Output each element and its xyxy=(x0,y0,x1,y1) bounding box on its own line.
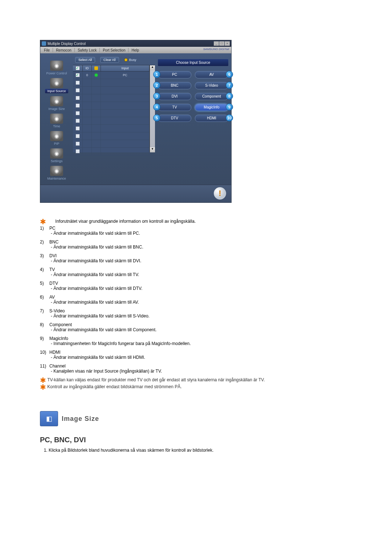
source-pc-button[interactable]: PC1 xyxy=(158,71,191,78)
source-svideo-button[interactable]: S-Video7 xyxy=(195,82,228,89)
source-hdmi-button[interactable]: HDMI10 xyxy=(195,115,228,122)
def-num: 9) xyxy=(40,336,49,341)
row-checkbox[interactable] xyxy=(75,81,80,85)
definition-item: 6)AV- Ändrar inmatningskälla för vald sk… xyxy=(40,295,367,305)
minimize-button[interactable]: _ xyxy=(214,41,219,46)
sidebar-item-power-control[interactable]: ◉Power Control xyxy=(41,61,72,75)
sidebar-icon: ◉ xyxy=(50,78,63,88)
row-checkbox[interactable] xyxy=(75,119,80,123)
table-row[interactable] xyxy=(73,140,150,148)
col-id-header[interactable]: ID xyxy=(83,65,92,71)
source-av-button[interactable]: AV6 xyxy=(195,71,228,78)
row-checkbox[interactable] xyxy=(75,88,80,93)
menu-remocon[interactable]: Remocon xyxy=(54,48,74,52)
def-term: DVI xyxy=(49,253,57,258)
select-all-button[interactable]: Select All xyxy=(75,57,95,63)
def-num: 4) xyxy=(40,267,49,272)
menu-file[interactable]: File xyxy=(42,48,52,52)
definition-item: 10)HDMI- Ändrar inmatningskälla för vald… xyxy=(40,350,367,360)
def-desc: - Ändrar inmatningskälla för vald skärm … xyxy=(51,327,367,332)
row-checkbox[interactable] xyxy=(75,96,80,100)
table-row[interactable]: 0PC xyxy=(73,71,150,79)
col-input-header[interactable]: Input xyxy=(101,65,150,71)
source-dtv-button[interactable]: DTV5 xyxy=(158,115,191,122)
power-led-icon xyxy=(95,74,98,77)
definition-item: 7)S-Video- Ändrar inmatningskälla för va… xyxy=(40,308,367,319)
source-number-badge: 8 xyxy=(226,93,233,100)
table-row[interactable] xyxy=(73,132,150,140)
row-checkbox[interactable] xyxy=(75,73,80,77)
footer: ! xyxy=(40,185,231,202)
def-desc: - Ändrar inmatningskälla för vald skärm … xyxy=(51,355,367,360)
def-desc: - Kanalpilen visas när Input Source (Ing… xyxy=(51,369,367,374)
row-id xyxy=(83,102,92,109)
scroll-up-icon[interactable]: ▲ xyxy=(150,65,155,70)
def-term: PC xyxy=(49,226,56,231)
source-magicinfo-button[interactable]: MagicInfo9 xyxy=(195,104,228,111)
sidebar-item-image-size[interactable]: ◉Image Size xyxy=(41,96,72,111)
col-check-header[interactable] xyxy=(73,65,83,71)
table-row[interactable] xyxy=(73,79,150,87)
row-checkbox[interactable] xyxy=(75,134,80,138)
row-checkbox[interactable] xyxy=(75,149,80,153)
row-input xyxy=(101,79,150,86)
source-number-badge: 4 xyxy=(153,103,160,111)
table-row[interactable] xyxy=(73,110,150,117)
row-checkbox[interactable] xyxy=(75,111,80,115)
definition-item: 3)DVI- Ändrar inmatningskälla för vald s… xyxy=(40,253,367,263)
def-num: 2) xyxy=(40,239,49,245)
app-window: Multiple Display Control _ □ × File Remo… xyxy=(40,40,232,203)
source-label: DVI xyxy=(172,94,178,98)
row-checkbox[interactable] xyxy=(75,103,80,108)
table-row[interactable] xyxy=(73,148,150,155)
scroll-down-icon[interactable]: ▼ xyxy=(150,147,155,152)
def-term: Component xyxy=(49,322,72,327)
sidebar-icon: ◉ xyxy=(50,166,63,176)
menu-help[interactable]: Help xyxy=(129,48,141,52)
menu-port-selection[interactable]: Port Selection xyxy=(101,48,127,52)
source-label: BNC xyxy=(171,83,178,87)
source-dvi-button[interactable]: DVI3 xyxy=(158,93,191,100)
def-desc: - Ändrar inmatningskälla för vald skärm … xyxy=(51,286,367,291)
row-id xyxy=(83,132,92,140)
definition-item: 5)DTV- Ändrar inmatningskälla för vald s… xyxy=(40,281,367,291)
sidebar-item-settings[interactable]: ◉Settings xyxy=(41,148,72,163)
source-number-badge: 1 xyxy=(153,71,160,78)
row-checkbox[interactable] xyxy=(75,141,80,146)
clear-all-button[interactable]: Clear All xyxy=(100,57,119,63)
table-row[interactable] xyxy=(73,87,150,94)
sidebar-icon: ◉ xyxy=(50,114,63,124)
sidenav: ◉Power Control◉Input Source◉Image Size◉T… xyxy=(40,53,73,185)
row-input xyxy=(101,117,150,124)
row-checkbox[interactable] xyxy=(75,126,80,131)
def-term: HDMI xyxy=(49,350,61,355)
def-desc: - Ändrar inmatningskälla för vald skärm … xyxy=(51,258,367,263)
sidebar-icon: ◉ xyxy=(50,131,63,141)
source-bnc-button[interactable]: BNC2 xyxy=(158,82,191,89)
table-row[interactable] xyxy=(73,125,150,132)
source-label: DTV xyxy=(171,116,178,120)
close-button[interactable]: × xyxy=(225,41,230,46)
table-row[interactable] xyxy=(73,94,150,102)
def-desc: - Ändrar inmatningskälla för vald skärm … xyxy=(51,272,367,277)
def-num: 3) xyxy=(40,253,49,258)
row-id xyxy=(83,110,92,117)
row-input xyxy=(101,94,150,102)
sidebar-item-input-source[interactable]: ◉Input Source xyxy=(41,78,72,93)
source-component-button[interactable]: Component8 xyxy=(195,93,228,100)
table-row[interactable] xyxy=(73,102,150,110)
source-tv-button[interactable]: TV4 xyxy=(158,104,191,111)
maximize-button[interactable]: □ xyxy=(219,41,224,46)
col-power-header[interactable] xyxy=(92,65,101,71)
menu-safety-lock[interactable]: Safety Lock xyxy=(75,48,99,52)
table-row[interactable] xyxy=(73,117,150,125)
def-desc: - Ändrar inmatningskälla för vald skärm … xyxy=(51,313,367,319)
definition-item: 9)MagicInfo- Inmatningsenheten för Magic… xyxy=(40,336,367,346)
sidebar-item-maintenance[interactable]: ◉Maintenance xyxy=(41,166,72,180)
row-input xyxy=(101,102,150,109)
sidebar-item-pip[interactable]: ◉PIP xyxy=(41,131,72,145)
sidebar-item-time[interactable]: ◉Time xyxy=(41,114,72,128)
step-1: Klicka på Bildstorlek bland huvudikonern… xyxy=(49,448,367,453)
busy-dot-icon xyxy=(124,58,128,62)
def-desc: - Ändrar inmatningskälla för vald skärm … xyxy=(51,231,367,236)
